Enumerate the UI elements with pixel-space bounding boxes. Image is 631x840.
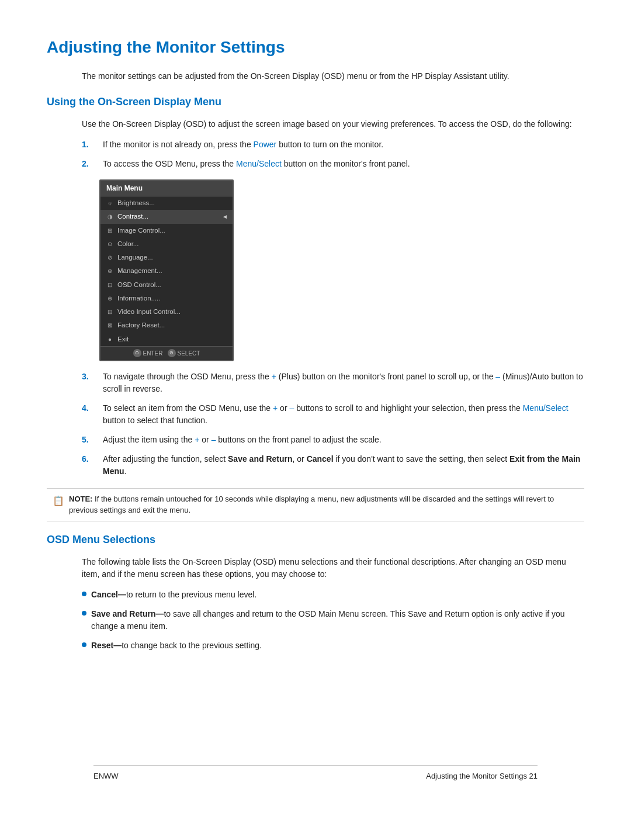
plus-link-5: +: [195, 435, 199, 444]
step-1-number: 1.: [82, 139, 103, 151]
section1-heading: Using the On-Screen Display Menu: [47, 94, 584, 110]
osd-control-icon: ⊡: [105, 280, 115, 289]
factory-reset-label: Factory Reset...: [117, 320, 165, 330]
video-input-icon: ⊟: [105, 307, 115, 317]
step-4-text: To select an item from the OSD Menu, use…: [103, 402, 584, 427]
image-control-label: Image Control...: [117, 226, 165, 236]
brightness-icon: ☼: [105, 199, 115, 208]
step-2-text: To access the OSD Menu, press the Menu/S…: [103, 158, 584, 170]
minus-link-5: –: [212, 435, 216, 444]
menu-select-link-2: Menu/Select: [236, 159, 282, 168]
osd-item-image-control: ⊞ Image Control...: [100, 224, 233, 237]
select-label: SELECT: [178, 349, 200, 358]
enter-label: ENTER: [143, 349, 163, 358]
save-return-bold: Save and Return: [228, 454, 292, 464]
osd-item-information: ⊕ Information.....: [100, 292, 233, 305]
cancel-bold-2: Cancel—: [91, 590, 126, 599]
steps-list: 1. If the monitor is not already on, pre…: [82, 139, 584, 170]
step-5-number: 5.: [82, 434, 103, 446]
contrast-label: Contrast...: [117, 212, 148, 222]
osd-menu-title: Main Menu: [100, 181, 233, 196]
section2-heading: OSD Menu Selections: [47, 532, 584, 548]
language-label: Language...: [117, 253, 153, 262]
osd-item-language: ⊘ Language...: [100, 251, 233, 264]
select-circle-icon: ⊙: [168, 349, 176, 357]
osd-item-factory-reset: ⊠ Factory Reset...: [100, 319, 233, 332]
intro-paragraph: The monitor settings can be adjusted fro…: [82, 70, 584, 82]
bullet-cancel-text: Cancel—to return to the previous menu le…: [91, 589, 256, 601]
image-control-icon: ⊞: [105, 226, 115, 235]
page-footer: ENWW Adjusting the Monitor Settings 21: [93, 765, 538, 782]
step-3: 3. To navigate through the OSD Menu, pre…: [82, 371, 584, 395]
osd-footer: ⊙ ENTER ⊙ SELECT: [100, 346, 233, 360]
exit-icon: ●: [105, 334, 115, 344]
enter-button: ⊙ ENTER: [133, 349, 163, 358]
exit-main-menu-bold: Exit from the Main Menu: [103, 454, 580, 476]
step-5: 5. Adjust the item using the + or – butt…: [82, 434, 584, 446]
minus-link-3: –: [495, 372, 500, 381]
video-input-label: Video Input Control...: [117, 307, 181, 317]
language-icon: ⊘: [105, 253, 115, 262]
steps-list-2: 3. To navigate through the OSD Menu, pre…: [82, 371, 584, 478]
step-3-text: To navigate through the OSD Menu, press …: [103, 371, 584, 395]
footer-left: ENWW: [93, 770, 119, 782]
bullet-dot-3: [82, 642, 86, 647]
power-link: Power: [254, 140, 277, 149]
bullet-dot-2: [82, 611, 86, 616]
note-label: NOTE:: [69, 495, 95, 503]
management-label: Management...: [117, 266, 162, 276]
bullet-reset: Reset—to change back to the previous set…: [82, 639, 584, 652]
bullet-dot-1: [82, 592, 86, 596]
information-label: Information.....: [117, 293, 161, 303]
step-6-text: After adjusting the function, select Sav…: [103, 453, 584, 478]
brightness-label: Brightness...: [117, 198, 155, 208]
minus-link-4: –: [289, 403, 294, 413]
factory-reset-icon: ⊠: [105, 321, 115, 330]
color-label: Color...: [117, 239, 138, 249]
bullet-save-return-text: Save and Return—to save all changes and …: [91, 608, 584, 632]
menu-select-link-4: Menu/Select: [523, 403, 568, 413]
osd-item-management: ⊛ Management...: [100, 264, 233, 278]
step-1-text: If the monitor is not already on, press …: [103, 139, 584, 151]
step-2-number: 2.: [82, 158, 103, 170]
osd-item-video-input: ⊟ Video Input Control...: [100, 305, 233, 319]
bullet-reset-text: Reset—to change back to the previous set…: [91, 639, 262, 652]
bullet-list: Cancel—to return to the previous menu le…: [82, 589, 584, 652]
osd-item-exit: ● Exit: [100, 333, 233, 346]
reset-bold: Reset—: [91, 641, 122, 650]
contrast-icon: ◑: [105, 212, 115, 222]
enter-circle-icon: ⊙: [133, 349, 141, 357]
step-3-number: 3.: [82, 371, 103, 395]
note-body: If the buttons remain untouched for 10 s…: [69, 495, 554, 515]
step-6-number: 6.: [82, 453, 103, 478]
plus-link-3: +: [272, 372, 276, 381]
section1-body: Use the On-Screen Display (OSD) to adjus…: [82, 118, 584, 130]
management-icon: ⊛: [105, 267, 115, 276]
step-6: 6. After adjusting the function, select …: [82, 453, 584, 478]
exit-label: Exit: [117, 334, 129, 344]
osd-item-brightness: ☼ Brightness...: [100, 196, 233, 210]
information-icon: ⊕: [105, 293, 115, 303]
step-4-number: 4.: [82, 402, 103, 427]
step-5-text: Adjust the item using the + or – buttons…: [103, 434, 584, 446]
bullet-cancel: Cancel—to return to the previous menu le…: [82, 589, 584, 601]
osd-item-color: ⊙ Color...: [100, 237, 233, 251]
step-1: 1. If the monitor is not already on, pre…: [82, 139, 584, 151]
cancel-bold: Cancel: [307, 454, 334, 464]
osd-control-label: OSD Control...: [117, 280, 161, 290]
plus-link-4: +: [273, 403, 278, 413]
color-icon: ⊙: [105, 239, 115, 248]
section2-body: The following table lists the On-Screen …: [82, 556, 584, 580]
osd-menu-widget: Main Menu ☼ Brightness... ◑ Contrast... …: [99, 179, 234, 361]
note-box: 📋 NOTE: If the buttons remain untouched …: [47, 488, 584, 521]
save-return-bold-2: Save and Return—: [91, 609, 164, 618]
osd-item-osd-control: ⊡ OSD Control...: [100, 278, 233, 292]
osd-menu-image: Main Menu ☼ Brightness... ◑ Contrast... …: [99, 179, 584, 361]
footer-right: Adjusting the Monitor Settings 21: [426, 770, 538, 782]
note-text: NOTE: If the buttons remain untouched fo…: [69, 493, 578, 516]
select-button: ⊙ SELECT: [168, 349, 200, 358]
step-4: 4. To select an item from the OSD Menu, …: [82, 402, 584, 427]
note-icon: 📋: [53, 494, 64, 516]
osd-item-contrast: ◑ Contrast... ◄: [100, 210, 233, 223]
step-2: 2. To access the OSD Menu, press the Men…: [82, 158, 584, 170]
